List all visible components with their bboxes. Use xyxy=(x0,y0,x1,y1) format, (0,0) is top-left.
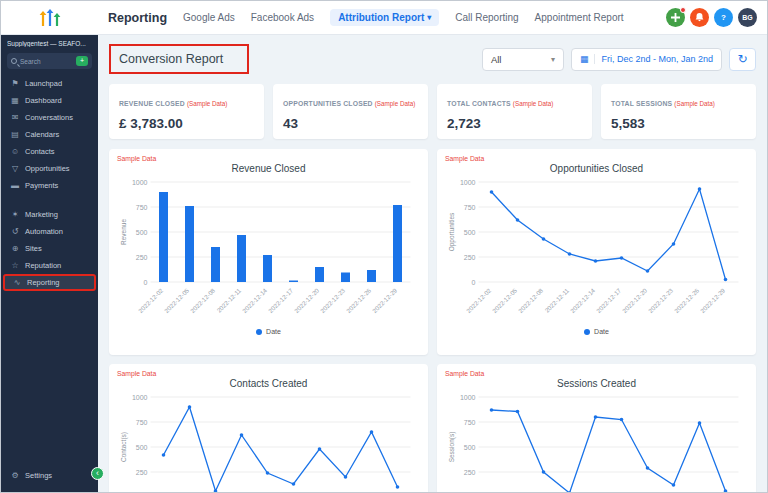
sidebar-menu: ⚑ Launchpad ▦ Dashboard ✉ Conversations … xyxy=(1,75,98,291)
chart-title: Revenue Closed xyxy=(117,163,420,174)
agency-switcher[interactable]: Supplygentest — SEAFO... xyxy=(1,35,98,49)
svg-text:2022-12-02: 2022-12-02 xyxy=(465,286,493,314)
tab-facebook-ads[interactable]: Facebook Ads xyxy=(251,12,314,23)
sidebar-item-payments[interactable]: ▬ Payments xyxy=(3,177,96,194)
chart-title: Sessions Created xyxy=(445,378,748,389)
svg-text:2022-12-29: 2022-12-29 xyxy=(699,286,727,314)
chart-card-revenue-closed: Sample Data Revenue Closed 0250500750100… xyxy=(109,149,428,355)
svg-text:2022-12-26: 2022-12-26 xyxy=(673,286,701,314)
sidebar-item-conversations[interactable]: ✉ Conversations xyxy=(3,109,96,126)
report-content: Conversion Report All ▾ ▦ Fri, Dec 2nd -… xyxy=(98,35,767,492)
sample-data-label: (Sample Data) xyxy=(513,100,554,107)
svg-text:2022-12-14: 2022-12-14 xyxy=(569,286,597,314)
svg-text:750: 750 xyxy=(136,419,148,426)
marketing-icon: ✶ xyxy=(10,210,20,219)
stat-opportunities-closed: OPPORTUNITIES CLOSED(Sample Data) 43 xyxy=(273,84,428,139)
sidebar-item-calendars[interactable]: ▤ Calendars xyxy=(3,126,96,143)
svg-text:750: 750 xyxy=(464,204,476,211)
svg-text:750: 750 xyxy=(464,419,476,426)
search-icon xyxy=(11,58,17,64)
collapse-sidebar-button[interactable]: ‹ xyxy=(91,467,104,480)
sample-data-label: Sample Data xyxy=(117,370,420,377)
svg-text:2022-12-17: 2022-12-17 xyxy=(267,286,295,314)
report-toolbar: Conversion Report All ▾ ▦ Fri, Dec 2nd -… xyxy=(109,44,756,74)
svg-text:2022-12-20: 2022-12-20 xyxy=(621,286,649,314)
refresh-button[interactable]: ↻ xyxy=(729,48,756,71)
svg-text:2022-12-05: 2022-12-05 xyxy=(163,286,191,314)
svg-text:0: 0 xyxy=(472,279,476,286)
sidebar-item-opportunities[interactable]: ▽ Opportunities xyxy=(3,160,96,177)
svg-text:1000: 1000 xyxy=(132,394,148,401)
sidebar-item-settings[interactable]: ⚙ Settings xyxy=(3,467,96,484)
svg-text:2022-12-08: 2022-12-08 xyxy=(189,286,217,314)
app-window: Supplygentest — SEAFO... Search + ⚑ Laun… xyxy=(0,0,768,493)
report-tabs: Google Ads Facebook Ads Attribution Repo… xyxy=(183,9,666,26)
svg-text:250: 250 xyxy=(136,469,148,476)
tab-appointment-report[interactable]: Appointment Report xyxy=(535,12,624,23)
date-range-value: Fri, Dec 2nd - Mon, Jan 2nd xyxy=(601,54,713,64)
svg-text:750: 750 xyxy=(136,204,148,211)
contacts-created-chart: 02505007501000Contact(s)2022-12-022022-1… xyxy=(117,391,420,492)
stat-cards: REVENUE CLOSED(Sample Data) £ 3,783.00 O… xyxy=(109,84,756,139)
page-title: Reporting xyxy=(108,11,167,25)
chevron-down-icon: ▾ xyxy=(551,55,555,64)
sidebar-item-reputation[interactable]: ☆ Reputation xyxy=(3,257,96,274)
svg-text:500: 500 xyxy=(464,444,476,451)
quick-add-button[interactable]: + xyxy=(76,56,88,66)
opportunities-icon: ▽ xyxy=(10,164,20,173)
reporting-icon: ∿ xyxy=(12,278,22,287)
notifications-bell-icon[interactable] xyxy=(690,8,709,27)
stat-revenue-closed: REVENUE CLOSED(Sample Data) £ 3,783.00 xyxy=(109,84,264,139)
user-avatar[interactable]: BG xyxy=(738,8,757,27)
sidebar-search-input[interactable]: Search + xyxy=(7,53,92,69)
sidebar-item-marketing[interactable]: ✶ Marketing xyxy=(3,206,96,223)
sidebar-item-launchpad[interactable]: ⚑ Launchpad xyxy=(3,75,96,92)
sidebar-item-contacts[interactable]: ☺ Contacts xyxy=(3,143,96,160)
svg-text:250: 250 xyxy=(464,254,476,261)
date-range-picker[interactable]: ▦ Fri, Dec 2nd - Mon, Jan 2nd xyxy=(571,48,722,71)
conversations-icon: ✉ xyxy=(10,113,20,122)
chart-card-contacts-created: Sample Data Contacts Created 02505007501… xyxy=(109,364,428,492)
menu-group-divider xyxy=(1,194,98,206)
sample-data-label: (Sample Data) xyxy=(375,100,416,107)
notification-dot xyxy=(680,7,686,13)
legend-label: Date xyxy=(266,328,281,335)
refresh-icon: ↻ xyxy=(737,52,747,66)
stat-value: £ 3,783.00 xyxy=(119,116,254,131)
sample-data-label: (Sample Data) xyxy=(187,100,228,107)
svg-text:Contact(s): Contact(s) xyxy=(120,432,128,462)
sidebar-item-sites[interactable]: ⊕ Sites xyxy=(3,240,96,257)
updates-icon[interactable] xyxy=(666,8,685,27)
stat-value: 5,583 xyxy=(611,116,746,131)
chart-legend: Date xyxy=(445,328,748,335)
stat-total-contacts: TOTAL CONTACTS(Sample Data) 2,723 xyxy=(437,84,592,139)
sidebar-item-reporting[interactable]: ∿ Reporting xyxy=(3,274,96,291)
help-icon[interactable]: ? xyxy=(714,8,733,27)
tab-attribution-report[interactable]: Attribution Report ▾ xyxy=(330,9,439,26)
sample-data-label: Sample Data xyxy=(117,155,420,162)
sidebar-item-dashboard[interactable]: ▦ Dashboard xyxy=(3,92,96,109)
chevron-down-icon: ▾ xyxy=(427,13,431,22)
sessions-created-chart: 02505007501000Session(s)2022-12-022022-1… xyxy=(445,391,748,492)
chart-title: Contacts Created xyxy=(117,378,420,389)
svg-text:250: 250 xyxy=(464,469,476,476)
stat-value: 2,723 xyxy=(447,116,582,131)
legend-marker xyxy=(584,329,590,335)
stat-total-sessions: TOTAL SESSIONS(Sample Data) 5,583 xyxy=(601,84,756,139)
svg-text:1000: 1000 xyxy=(460,394,476,401)
tab-google-ads[interactable]: Google Ads xyxy=(183,12,235,23)
svg-text:1000: 1000 xyxy=(460,179,476,186)
sidebar: Supplygentest — SEAFO... Search + ⚑ Laun… xyxy=(1,1,98,492)
svg-text:500: 500 xyxy=(136,444,148,451)
svg-text:0: 0 xyxy=(144,279,148,286)
agency-name: Supplygentest — SEAFO... xyxy=(7,40,92,47)
sample-data-label: Sample Data xyxy=(445,370,748,377)
calendars-icon: ▤ xyxy=(10,130,20,139)
filter-dropdown[interactable]: All ▾ xyxy=(482,48,564,71)
sidebar-item-automation[interactable]: ↺ Automation xyxy=(3,223,96,240)
tab-call-reporting[interactable]: Call Reporting xyxy=(455,12,518,23)
sample-data-label: Sample Data xyxy=(445,155,748,162)
agency-logo[interactable] xyxy=(1,1,98,35)
calendar-icon: ▦ xyxy=(580,54,596,64)
svg-text:2022-12-20: 2022-12-20 xyxy=(293,286,321,314)
